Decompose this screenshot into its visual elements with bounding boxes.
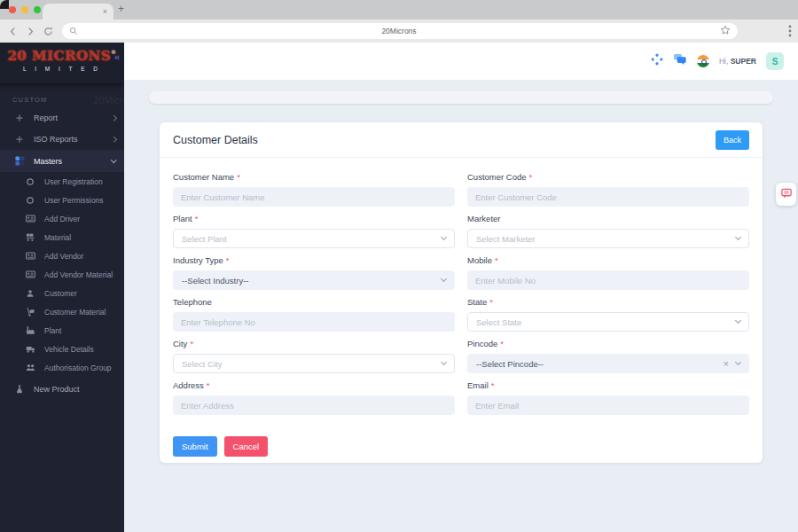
customer-details-card: Customer Details Back Customer Name* Cus… (160, 122, 763, 463)
field-mobile: Mobile* (467, 255, 749, 290)
mobile-input[interactable] (467, 270, 749, 290)
sidebar-item-plant[interactable]: Plant (0, 321, 124, 340)
maximize-window-button[interactable] (34, 6, 41, 13)
sidebar-item-add-driver[interactable]: Add Driver (0, 209, 124, 228)
forward-icon[interactable] (26, 27, 35, 36)
bookmark-star-icon[interactable] (720, 23, 731, 39)
required-asterisk: * (237, 172, 240, 182)
url-field[interactable]: 20Microns (62, 23, 738, 39)
chevron-right-icon (111, 115, 116, 121)
browser-tab[interactable]: × (43, 4, 113, 20)
breadcrumb (149, 91, 773, 104)
state-select[interactable]: Select State (467, 312, 749, 332)
sidebar-item-customer[interactable]: Customer (0, 284, 124, 302)
telephone-input[interactable] (173, 312, 455, 332)
required-asterisk: * (489, 297, 493, 307)
feedback-chat-icon (781, 186, 792, 202)
required-asterisk: * (491, 380, 495, 390)
url-text: 20Microns (78, 27, 720, 35)
sidebar-item-new-product[interactable]: New Product (0, 379, 124, 400)
id-card-icon (25, 251, 35, 261)
field-address: Address* (173, 380, 455, 415)
required-asterisk: * (529, 172, 533, 182)
field-city: City* Select City (173, 339, 455, 373)
chevron-down-icon (441, 234, 447, 240)
field-label: Marketer (467, 214, 500, 223)
field-label: Customer Name (173, 172, 234, 182)
required-asterisk: * (500, 339, 504, 348)
sidebar-item-add-vendor[interactable]: Add Vendor (0, 246, 124, 265)
feedback-widget[interactable] (776, 183, 796, 206)
username-text: SUPER (731, 57, 756, 66)
minimize-window-button[interactable] (21, 6, 28, 13)
customer-code-input[interactable] (467, 187, 749, 207)
sidebar-item-authorisation-group[interactable]: Authorisation Group (0, 358, 124, 377)
browser-tab-bar: × + (0, 0, 798, 20)
sidebar-collapse-icon[interactable]: « (114, 51, 120, 62)
required-asterisk: * (226, 255, 230, 265)
email-input[interactable] (467, 395, 749, 415)
sidebar: 20 MICRONS® L I M I T E D « CUSTOM 20Mic… (0, 43, 124, 532)
field-label: Industry Type (173, 255, 223, 265)
sidebar-item-user-registration[interactable]: User Registration (0, 172, 124, 191)
plus-icon (14, 113, 25, 122)
field-plant: Plant* Select Plant (173, 214, 455, 248)
customer-name-input[interactable] (173, 187, 455, 207)
industry-type-select[interactable]: --Select Industry-- (173, 270, 455, 290)
chevron-right-icon (111, 137, 116, 142)
reload-icon[interactable] (43, 27, 53, 36)
sidebar-item-report[interactable]: Report (0, 107, 124, 129)
field-telephone: Telephone (173, 297, 455, 332)
field-label: Pincode (467, 339, 497, 348)
avatar[interactable]: S (766, 52, 784, 70)
trolley-icon (25, 232, 35, 242)
chevron-down-icon (735, 317, 741, 324)
field-state: State* Select State (467, 297, 749, 332)
customer-form: Customer Name* Customer Code* Plant* Sel… (160, 158, 763, 415)
new-tab-button[interactable]: + (118, 3, 124, 15)
back-icon[interactable] (8, 27, 18, 36)
sidebar-item-material[interactable]: Material (0, 228, 124, 246)
sidebar-watermark: 20Microns (93, 95, 124, 106)
sidebar-item-add-vendor-material[interactable]: Add Vendor Material (0, 265, 124, 284)
required-asterisk: * (190, 339, 193, 348)
page-title: Customer Details (173, 134, 258, 146)
back-button[interactable]: Back (716, 130, 749, 150)
apps-icon[interactable] (651, 53, 663, 69)
chevron-down-icon (735, 359, 741, 365)
sidebar-item-masters[interactable]: Masters (0, 150, 124, 172)
marketer-select[interactable]: Select Marketer (467, 229, 749, 248)
city-select[interactable]: Select City (173, 354, 455, 373)
person-icon (25, 289, 35, 298)
content-area: Customer Details Back Customer Name* Cus… (124, 80, 798, 532)
sidebar-item-iso-reports[interactable]: ISO Reports (0, 129, 124, 150)
chevron-down-icon (441, 359, 447, 365)
field-label: Email (467, 380, 489, 390)
chevron-down-icon (441, 276, 447, 282)
required-asterisk: * (195, 214, 199, 223)
messages-icon[interactable] (673, 53, 687, 69)
required-asterisk: * (495, 255, 498, 265)
sidebar-item-customer-material[interactable]: Customer Material (0, 302, 124, 321)
close-window-button[interactable] (9, 6, 16, 13)
circle-icon (25, 177, 35, 186)
field-pincode: Pincode* --Select Pincode-- × (467, 339, 749, 373)
clear-icon[interactable]: × (724, 359, 729, 369)
flask-icon (14, 385, 25, 394)
pincode-select[interactable]: --Select Pincode-- × (467, 354, 749, 373)
sidebar-item-user-permissions[interactable]: User Permissions (0, 191, 124, 209)
address-input[interactable] (173, 395, 455, 415)
factory-icon (25, 325, 35, 335)
chevron-down-icon (735, 234, 741, 240)
window-corner (0, 0, 9, 9)
field-email: Email* (467, 380, 749, 415)
window-controls[interactable] (9, 6, 41, 13)
india-flag-icon[interactable] (697, 55, 709, 67)
plant-select[interactable]: Select Plant (173, 229, 455, 248)
tab-close-icon[interactable]: × (103, 8, 107, 16)
submit-button[interactable]: Submit (173, 436, 217, 457)
sidebar-item-vehicle-details[interactable]: Vehicle Details (0, 340, 124, 358)
section-label: CUSTOM (12, 96, 48, 104)
browser-menu-icon[interactable] (788, 25, 792, 41)
cancel-button[interactable]: Cancel (224, 436, 269, 457)
